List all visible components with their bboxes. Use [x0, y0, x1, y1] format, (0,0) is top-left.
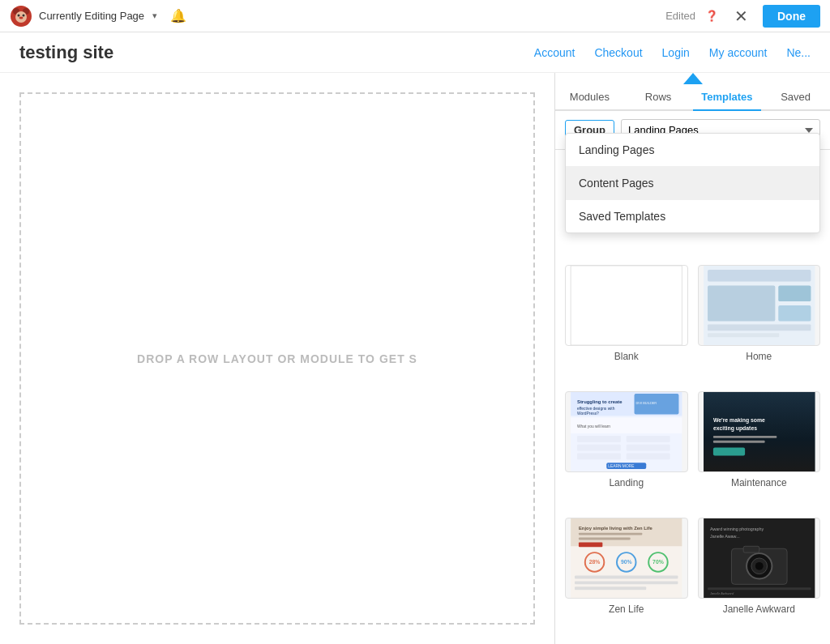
svg-rect-7 — [571, 266, 682, 345]
templates-grid: Blank Home — [555, 255, 830, 644]
svg-text:Janelle Awkward: Janelle Awkward — [708, 591, 734, 595]
dropdown-item-content[interactable]: Content Pages — [566, 167, 819, 200]
svg-rect-34 — [704, 392, 815, 471]
template-home[interactable]: Home — [698, 265, 821, 382]
panel-arrow — [683, 73, 703, 84]
svg-rect-28 — [627, 445, 670, 451]
template-home-label: Home — [746, 351, 772, 362]
svg-rect-37 — [712, 436, 776, 438]
svg-rect-29 — [577, 453, 621, 459]
tab-templates[interactable]: Templates — [693, 84, 762, 111]
nav-checkout[interactable]: Checkout — [594, 46, 642, 59]
svg-text:DIVI BUILDER: DIVI BUILDER — [636, 401, 657, 405]
template-landing[interactable]: Struggling to create effective designs w… — [565, 391, 688, 508]
svg-rect-25 — [577, 436, 621, 442]
template-maintenance-label: Maintenance — [731, 477, 787, 488]
svg-rect-30 — [627, 453, 670, 459]
bell-icon[interactable]: 🔔 — [170, 8, 186, 23]
svg-point-4 — [18, 14, 20, 16]
site-logo: testing site — [19, 42, 113, 63]
svg-rect-13 — [778, 305, 811, 322]
svg-rect-11 — [708, 286, 775, 322]
svg-text:WordPress?: WordPress? — [577, 412, 599, 416]
svg-text:What you will learn: What you will learn — [577, 424, 610, 429]
template-maintenance[interactable]: We're making some exciting updates Maint… — [698, 391, 821, 508]
nav-my-account[interactable]: My account — [709, 46, 768, 59]
svg-text:exciting updates: exciting updates — [712, 425, 756, 432]
svg-rect-44 — [579, 538, 631, 540]
svg-point-61 — [755, 562, 763, 570]
template-zenlife-label: Zen Life — [609, 603, 644, 615]
svg-rect-41 — [571, 518, 682, 546]
close-icon[interactable]: ✕ — [734, 6, 748, 26]
template-janelle-label: Janelle Awkward — [723, 603, 795, 615]
svg-rect-15 — [708, 333, 779, 337]
canvas: DROP A ROW LAYOUT OR MODULE TO GET S — [0, 73, 554, 644]
svg-text:28%: 28% — [589, 559, 601, 565]
svg-rect-39 — [712, 448, 744, 456]
nav-links: Account Checkout Login My account Ne... — [534, 46, 811, 59]
svg-rect-26 — [627, 436, 670, 442]
logo-icon — [10, 5, 32, 28]
group-dropdown: Landing Pages Content Pages Saved Templa… — [565, 133, 820, 233]
template-maintenance-thumb: We're making some exciting updates — [698, 391, 821, 472]
chevron-down-icon[interactable]: ▾ — [152, 11, 157, 21]
help-icon[interactable]: ❓ — [705, 10, 718, 22]
svg-rect-52 — [575, 576, 678, 579]
svg-point-5 — [23, 14, 25, 16]
svg-text:LEARN MORE: LEARN MORE — [608, 464, 635, 468]
topbar: Currently Editing Page ▾ 🔔 Edited ❓ ✕ Do… — [0, 0, 830, 32]
topbar-title: Currently Editing Page — [39, 10, 144, 22]
main-area: DROP A ROW LAYOUT OR MODULE TO GET S Mod… — [0, 73, 830, 644]
svg-text:Enjoy simple living with Zen L: Enjoy simple living with Zen Life — [579, 526, 652, 531]
template-landing-thumb: Struggling to create effective designs w… — [565, 391, 688, 472]
svg-rect-63 — [708, 587, 811, 590]
svg-rect-12 — [778, 286, 811, 302]
template-zenlife-thumb: Enjoy simple living with Zen Life 28% 90… — [565, 518, 688, 599]
tab-rows[interactable]: Rows — [624, 84, 693, 111]
svg-text:70%: 70% — [652, 559, 664, 565]
svg-text:Janelle Awaw...: Janelle Awaw... — [709, 534, 739, 539]
svg-rect-38 — [712, 441, 764, 443]
tab-saved[interactable]: Saved — [761, 84, 830, 111]
edited-status: Edited — [665, 10, 695, 22]
templates-panel: Modules Rows Templates Saved Group Landi… — [554, 73, 830, 644]
svg-rect-53 — [575, 581, 678, 584]
template-zenlife[interactable]: Enjoy simple living with Zen Life 28% 90… — [565, 518, 688, 634]
svg-rect-10 — [708, 270, 811, 282]
svg-rect-14 — [708, 325, 811, 331]
svg-text:effective designs with: effective designs with — [577, 407, 615, 411]
done-button[interactable]: Done — [763, 5, 820, 28]
svg-rect-43 — [579, 533, 642, 535]
template-landing-label: Landing — [609, 477, 644, 488]
drop-area[interactable]: DROP A ROW LAYOUT OR MODULE TO GET S — [19, 92, 535, 625]
template-home-thumb — [698, 265, 821, 346]
template-blank-label: Blank — [614, 351, 639, 362]
dropdown-item-landing[interactable]: Landing Pages — [566, 134, 819, 167]
template-blank[interactable]: Blank — [565, 265, 688, 382]
template-janelle[interactable]: Award winning photography Janelle Awaw..… — [698, 518, 821, 634]
svg-rect-27 — [577, 445, 621, 451]
nav-more[interactable]: Ne... — [786, 46, 811, 59]
nav-account[interactable]: Account — [534, 46, 575, 59]
template-blank-thumb — [565, 265, 688, 346]
tab-modules[interactable]: Modules — [555, 84, 624, 111]
svg-point-6 — [19, 16, 24, 19]
site-nav: testing site Account Checkout Login My a… — [0, 32, 830, 73]
svg-text:90%: 90% — [621, 559, 632, 565]
nav-login[interactable]: Login — [662, 46, 690, 59]
svg-rect-54 — [575, 586, 646, 590]
dropdown-item-saved[interactable]: Saved Templates — [566, 200, 819, 232]
template-janelle-thumb: Award winning photography Janelle Awaw..… — [698, 518, 821, 599]
svg-rect-62 — [743, 546, 759, 552]
svg-text:Struggling to create: Struggling to create — [577, 399, 622, 404]
svg-text:We're making some: We're making some — [712, 417, 764, 424]
drop-text: DROP A ROW LAYOUT OR MODULE TO GET S — [137, 352, 417, 365]
svg-rect-45 — [579, 542, 602, 547]
svg-text:Award winning photography: Award winning photography — [709, 527, 764, 531]
